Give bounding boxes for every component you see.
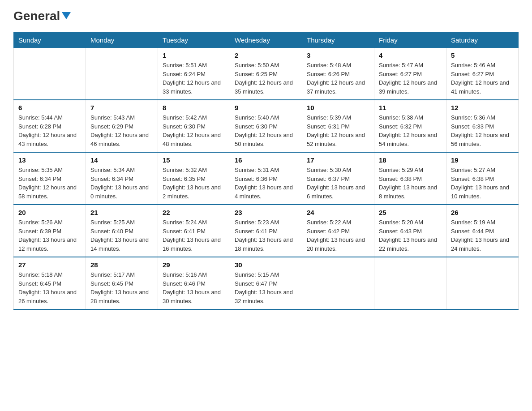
- day-info: Sunrise: 5:29 AMSunset: 6:38 PMDaylight:…: [379, 166, 442, 201]
- day-info: Sunrise: 5:24 AMSunset: 6:41 PMDaylight:…: [163, 218, 225, 253]
- day-number: 21: [90, 209, 153, 216]
- daylight-text: Daylight: 13 hours and 28 minutes.: [90, 288, 153, 305]
- calendar-cell: 18Sunrise: 5:29 AMSunset: 6:38 PMDayligh…: [374, 152, 446, 205]
- calendar-cell: [302, 257, 374, 309]
- sunrise-text: Sunrise: 5:32 AM: [163, 166, 225, 175]
- calendar-cell: 12Sunrise: 5:36 AMSunset: 6:33 PMDayligh…: [446, 100, 519, 152]
- daylight-text: Daylight: 13 hours and 22 minutes.: [379, 235, 442, 253]
- day-number: 12: [451, 104, 514, 111]
- sunrise-text: Sunrise: 5:46 AM: [451, 61, 514, 70]
- day-number: 1: [163, 51, 225, 59]
- daylight-text: Daylight: 13 hours and 18 minutes.: [235, 235, 297, 253]
- day-info: Sunrise: 5:25 AMSunset: 6:40 PMDaylight:…: [90, 218, 153, 253]
- day-number: 22: [163, 209, 225, 216]
- calendar-cell: [374, 257, 446, 309]
- day-info: Sunrise: 5:43 AMSunset: 6:29 PMDaylight:…: [90, 113, 153, 148]
- day-number: 28: [90, 261, 153, 269]
- day-number: 30: [235, 261, 297, 269]
- sunrise-text: Sunrise: 5:19 AM: [451, 218, 514, 227]
- day-info: Sunrise: 5:19 AMSunset: 6:44 PMDaylight:…: [451, 218, 514, 253]
- daylight-text: Daylight: 12 hours and 35 minutes.: [235, 78, 297, 96]
- sunset-text: Sunset: 6:45 PM: [90, 279, 153, 288]
- day-number: 3: [307, 51, 369, 59]
- day-info: Sunrise: 5:31 AMSunset: 6:36 PMDaylight:…: [235, 166, 297, 201]
- sunset-text: Sunset: 6:45 PM: [18, 279, 81, 288]
- day-number: 20: [18, 209, 81, 216]
- calendar-week-row: 6Sunrise: 5:44 AMSunset: 6:28 PMDaylight…: [14, 100, 519, 152]
- sunrise-text: Sunrise: 5:26 AM: [18, 218, 81, 227]
- sunset-text: Sunset: 6:36 PM: [235, 175, 297, 184]
- calendar-cell: 26Sunrise: 5:19 AMSunset: 6:44 PMDayligh…: [446, 205, 519, 257]
- calendar-cell: 21Sunrise: 5:25 AMSunset: 6:40 PMDayligh…: [86, 205, 158, 257]
- day-number: 11: [379, 104, 442, 111]
- day-number: 5: [451, 51, 514, 59]
- daylight-text: Daylight: 12 hours and 50 minutes.: [235, 131, 297, 148]
- day-info: Sunrise: 5:32 AMSunset: 6:35 PMDaylight:…: [163, 166, 225, 201]
- day-info: Sunrise: 5:48 AMSunset: 6:26 PMDaylight:…: [307, 61, 369, 96]
- daylight-text: Daylight: 13 hours and 0 minutes.: [90, 183, 153, 201]
- page-header: General: [13, 9, 519, 23]
- day-number: 4: [379, 51, 442, 59]
- calendar-cell: 30Sunrise: 5:15 AMSunset: 6:47 PMDayligh…: [230, 257, 302, 309]
- sunrise-text: Sunrise: 5:48 AM: [307, 61, 369, 70]
- day-info: Sunrise: 5:17 AMSunset: 6:45 PMDaylight:…: [90, 270, 153, 305]
- daylight-text: Daylight: 13 hours and 12 minutes.: [18, 235, 81, 253]
- day-info: Sunrise: 5:15 AMSunset: 6:47 PMDaylight:…: [235, 270, 297, 305]
- daylight-text: Daylight: 12 hours and 46 minutes.: [90, 131, 153, 148]
- sunset-text: Sunset: 6:27 PM: [451, 70, 514, 79]
- day-number: 24: [307, 209, 369, 216]
- calendar-cell: 29Sunrise: 5:16 AMSunset: 6:46 PMDayligh…: [158, 257, 230, 309]
- calendar-cell: 13Sunrise: 5:35 AMSunset: 6:34 PMDayligh…: [14, 152, 86, 205]
- sunrise-text: Sunrise: 5:22 AM: [307, 218, 369, 227]
- day-info: Sunrise: 5:42 AMSunset: 6:30 PMDaylight:…: [163, 113, 225, 148]
- sunset-text: Sunset: 6:38 PM: [379, 175, 442, 184]
- daylight-text: Daylight: 12 hours and 33 minutes.: [163, 78, 225, 96]
- daylight-text: Daylight: 12 hours and 52 minutes.: [307, 131, 369, 148]
- sunrise-text: Sunrise: 5:18 AM: [18, 270, 81, 279]
- calendar-cell: 19Sunrise: 5:27 AMSunset: 6:38 PMDayligh…: [446, 152, 519, 205]
- daylight-text: Daylight: 13 hours and 6 minutes.: [307, 183, 369, 201]
- day-number: 8: [163, 104, 225, 111]
- day-number: 26: [451, 209, 514, 216]
- day-number: 7: [90, 104, 153, 111]
- sunset-text: Sunset: 6:42 PM: [307, 227, 369, 236]
- sunset-text: Sunset: 6:26 PM: [307, 70, 369, 79]
- day-info: Sunrise: 5:47 AMSunset: 6:27 PMDaylight:…: [379, 61, 442, 96]
- daylight-text: Daylight: 13 hours and 32 minutes.: [235, 288, 297, 305]
- daylight-text: Daylight: 12 hours and 58 minutes.: [18, 183, 81, 201]
- calendar-week-row: 13Sunrise: 5:35 AMSunset: 6:34 PMDayligh…: [14, 152, 519, 205]
- daylight-text: Daylight: 13 hours and 16 minutes.: [163, 235, 225, 253]
- day-info: Sunrise: 5:40 AMSunset: 6:30 PMDaylight:…: [235, 113, 297, 148]
- day-info: Sunrise: 5:30 AMSunset: 6:37 PMDaylight:…: [307, 166, 369, 201]
- day-info: Sunrise: 5:39 AMSunset: 6:31 PMDaylight:…: [307, 113, 369, 148]
- sunrise-text: Sunrise: 5:23 AM: [235, 218, 297, 227]
- day-number: 6: [18, 104, 81, 111]
- logo-triangle-icon: [62, 12, 71, 19]
- calendar-cell: 24Sunrise: 5:22 AMSunset: 6:42 PMDayligh…: [302, 205, 374, 257]
- logo-text: General: [13, 9, 71, 23]
- day-info: Sunrise: 5:22 AMSunset: 6:42 PMDaylight:…: [307, 218, 369, 253]
- sunset-text: Sunset: 6:29 PM: [90, 122, 153, 131]
- calendar-cell: 23Sunrise: 5:23 AMSunset: 6:41 PMDayligh…: [230, 205, 302, 257]
- daylight-text: Daylight: 13 hours and 4 minutes.: [235, 183, 297, 201]
- day-info: Sunrise: 5:38 AMSunset: 6:32 PMDaylight:…: [379, 113, 442, 148]
- day-info: Sunrise: 5:27 AMSunset: 6:38 PMDaylight:…: [451, 166, 514, 201]
- weekday-header-sunday: Sunday: [14, 33, 86, 48]
- calendar-cell: 25Sunrise: 5:20 AMSunset: 6:43 PMDayligh…: [374, 205, 446, 257]
- daylight-text: Daylight: 13 hours and 24 minutes.: [451, 235, 514, 253]
- weekday-header-friday: Friday: [374, 33, 446, 48]
- sunrise-text: Sunrise: 5:25 AM: [90, 218, 153, 227]
- sunset-text: Sunset: 6:28 PM: [18, 122, 81, 131]
- calendar-cell: 22Sunrise: 5:24 AMSunset: 6:41 PMDayligh…: [158, 205, 230, 257]
- daylight-text: Daylight: 12 hours and 37 minutes.: [307, 78, 369, 96]
- day-info: Sunrise: 5:18 AMSunset: 6:45 PMDaylight:…: [18, 270, 81, 305]
- calendar-cell: 3Sunrise: 5:48 AMSunset: 6:26 PMDaylight…: [302, 48, 374, 100]
- sunrise-text: Sunrise: 5:51 AM: [163, 61, 225, 70]
- sunrise-text: Sunrise: 5:17 AM: [90, 270, 153, 279]
- calendar-header-row: SundayMondayTuesdayWednesdayThursdayFrid…: [14, 33, 519, 48]
- daylight-text: Daylight: 13 hours and 30 minutes.: [163, 288, 225, 305]
- weekday-header-wednesday: Wednesday: [230, 33, 302, 48]
- logo-general-text: General: [13, 9, 60, 23]
- calendar-cell: 1Sunrise: 5:51 AMSunset: 6:24 PMDaylight…: [158, 48, 230, 100]
- sunrise-text: Sunrise: 5:27 AM: [451, 166, 514, 175]
